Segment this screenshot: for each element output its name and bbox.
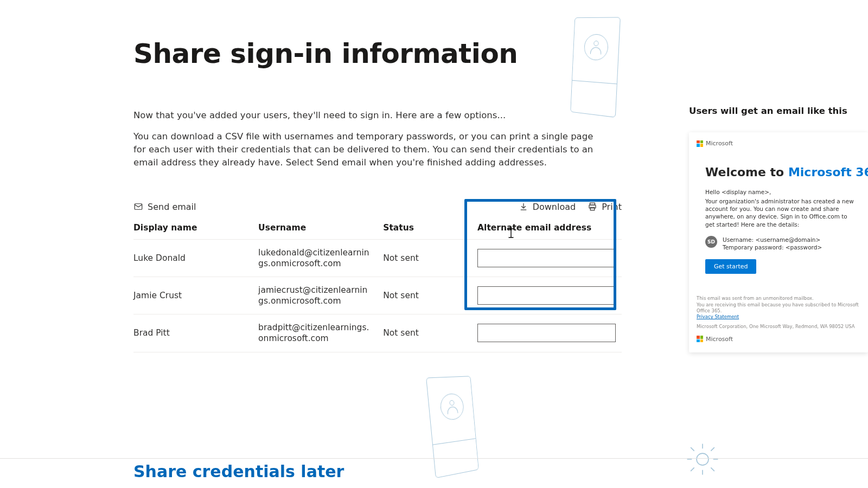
avatar-icon: SD <box>705 236 717 248</box>
print-icon <box>588 202 597 211</box>
email-preview-card: Microsoft Welcome to Microsoft 365 Hello… <box>689 132 868 352</box>
users-table: Display name Username Status Alternate e… <box>133 216 622 352</box>
intro-text-1: Now that you've added your users, they'l… <box>133 110 622 120</box>
page-title: Share sign-in information <box>133 38 622 69</box>
col-header-display-name: Display name <box>133 216 258 240</box>
microsoft-logo-icon <box>697 140 703 147</box>
send-email-button[interactable]: Send email <box>133 202 196 212</box>
cell-status: Not sent <box>383 277 477 314</box>
col-header-username: Username <box>258 216 383 240</box>
cell-status: Not sent <box>383 314 477 352</box>
microsoft-logo-icon <box>697 336 703 342</box>
decorative-profile-card-icon <box>426 376 479 478</box>
email-corp-line: Microsoft Corporation, One Microsoft Way… <box>689 320 868 335</box>
email-description: Your organization's administrator has cr… <box>705 197 856 228</box>
email-credentials-row: SD Username: <username@domain> Temporary… <box>705 236 856 252</box>
cell-alt-email <box>477 277 622 314</box>
intro-text-2: You can download a CSV file with usernam… <box>133 130 605 169</box>
alt-email-input[interactable] <box>477 324 616 342</box>
svg-rect-3 <box>590 208 595 210</box>
mail-icon <box>133 202 143 211</box>
gear-icon <box>684 440 722 478</box>
svg-rect-0 <box>135 204 142 210</box>
preview-caption: Users will get an email like this <box>689 106 868 116</box>
print-button[interactable]: Print <box>588 202 622 212</box>
cell-display-name: Luke Donald <box>133 239 258 277</box>
print-label: Print <box>602 202 622 212</box>
cell-alt-email <box>477 239 622 277</box>
svg-point-4 <box>697 453 709 465</box>
table-row: Jamie Crust jamiecrust@citizenlearnings.… <box>133 277 622 314</box>
table-toolbar: Send email Download Print <box>133 202 622 216</box>
download-icon <box>519 202 528 211</box>
alt-email-input[interactable] <box>477 249 616 267</box>
email-brand-top: Microsoft <box>689 140 868 152</box>
email-brand-label: Microsoft <box>706 140 733 147</box>
table-row: Brad Pitt bradpitt@citizenlearnings.onmi… <box>133 314 622 352</box>
col-header-status: Status <box>383 216 477 240</box>
section-divider <box>0 458 868 459</box>
alt-email-input[interactable] <box>477 286 616 305</box>
cell-alt-email <box>477 314 622 352</box>
privacy-statement-link[interactable]: Privacy Statement <box>697 314 739 319</box>
table-row: Luke Donald lukedonald@citizenlearnings.… <box>133 239 622 277</box>
email-brand-bottom: Microsoft <box>689 335 868 345</box>
cell-username: bradpitt@citizenlearnings.onmicrosoft.co… <box>258 314 383 352</box>
cell-status: Not sent <box>383 239 477 277</box>
cred-password-line: Temporary password: <password> <box>723 243 822 252</box>
download-label: Download <box>533 202 576 212</box>
get-started-button[interactable]: Get started <box>705 259 756 274</box>
cell-username: jamiecrust@citizenlearnings.onmicrosoft.… <box>258 277 383 314</box>
share-credentials-later-heading: Share credentials later <box>133 462 344 481</box>
cell-display-name: Brad Pitt <box>133 314 258 352</box>
cell-display-name: Jamie Crust <box>133 277 258 314</box>
email-welcome-heading: Welcome to Microsoft 365 <box>705 165 856 179</box>
email-footer: This email was sent from an unmonitored … <box>689 296 868 320</box>
send-email-label: Send email <box>148 202 196 212</box>
cred-username-line: Username: <username@domain> <box>723 236 822 244</box>
email-hello-line: Hello <display name>, <box>705 189 856 195</box>
cell-username: lukedonald@citizenlearnings.onmicrosoft.… <box>258 239 383 277</box>
download-button[interactable]: Download <box>519 202 576 212</box>
col-header-alt-email: Alternate email address <box>477 216 622 240</box>
